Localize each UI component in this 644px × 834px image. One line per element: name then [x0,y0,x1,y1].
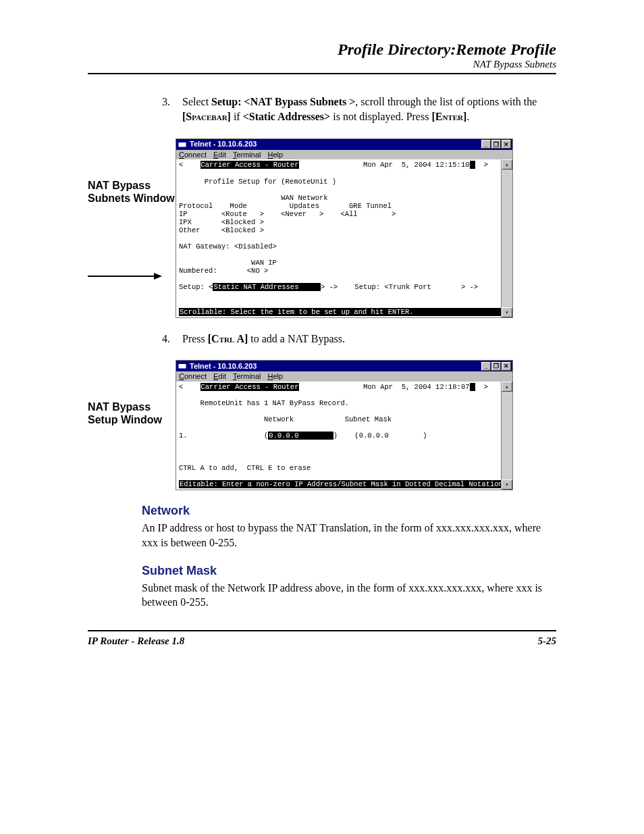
footer-divider [88,630,556,631]
svg-marker-1 [154,273,162,280]
menu-terminal[interactable]: Terminal [233,151,261,159]
step-4-number: 4. [162,332,182,346]
menu-help[interactable]: Help [268,372,284,381]
t1-l7: Other <Blocked > [179,226,264,234]
t1-l9: WAN IP [179,259,277,267]
network-paragraph: An IP address or host to bypass the NAT … [142,521,556,550]
header-divider [88,73,556,74]
step-4: 4. Press [Ctrl A] to add a NAT Bypass. [162,332,556,346]
scroll-up-button[interactable]: ▴ [502,382,512,392]
t1-top-inv: Carrier Access - Router [200,161,300,169]
page-header-title: Profile Directory:Remote Profile [88,41,556,59]
step4-bsc: Ctrl A [211,333,244,344]
maximize-button[interactable]: ❐ [491,140,501,149]
t1-top-r: Mon Apr 5, 2004 12:15:10 [299,161,469,169]
telnet-window-1: Telnet - 10.10.6.203 _ ❐ ✕ Connect Edit … [176,138,513,318]
t1-top-l: < [179,161,200,169]
step3-bold3: <Static Addresses> [243,111,331,122]
t1-l4: Protocol Mode Updates GRE Tunnel [179,202,392,210]
close-button[interactable]: ✕ [502,140,511,149]
footer-right: 5-25 [538,635,557,647]
page-header-subtitle: NAT Bypass Subnets [88,59,556,70]
minimize-button[interactable]: _ [481,362,491,371]
step4-pre: Press [182,333,208,344]
menu-connect[interactable]: Connect [179,372,207,381]
menu-edit[interactable]: Edit [213,151,226,159]
t2-l2: RemoteUnit has 1 NAT ByPass Record. [179,399,349,407]
t1-l6: IPX <Blocked > [179,218,264,226]
telnet-app-icon [178,140,187,149]
t2-cursor [470,383,475,391]
t1-l5: IP <Route > <Never > <All > [179,210,396,218]
step3-end: . [466,111,469,122]
menubar-1: Connect Edit Terminal Help [176,150,512,160]
step-3: 3. Select Setup: <NAT Bypass Subnets >, … [162,95,556,125]
terminal-body-2[interactable]: < Carrier Access - Router Mon Apr 5, 200… [176,382,501,490]
subnet-mask-paragraph: Subnet mask of the Network IP address ab… [142,581,556,610]
step3-b2sc: Spacebar [186,111,227,122]
scroll-track[interactable] [502,392,512,480]
figure-1-label: NAT Bypass Subnets Window [88,138,176,205]
footer-left: IP Router - Release 1.8 [88,635,184,647]
t2-top-caret: > [475,383,488,391]
menu-edit[interactable]: Edit [213,372,226,381]
step-3-number: 3. [162,95,182,125]
t2-top-l: < [179,383,200,391]
telnet-app-icon [178,361,187,371]
step3-b4sc: Enter [435,111,463,122]
titlebar-1[interactable]: Telnet - 10.10.6.203 _ ❐ ✕ [176,139,512,150]
close-button[interactable]: ✕ [502,362,511,371]
t2-l4-pre: 1. ( [179,432,268,440]
step3-mid2: if [231,111,243,122]
titlebar-2-text: Telnet - 10.10.6.203 [190,362,257,371]
t2-l4-inv: 0.0.0.0 [268,432,333,440]
scroll-down-button[interactable]: ▾ [502,307,512,317]
t2-top-inv: Carrier Access - Router [200,383,300,391]
t2-l6-inv: Editable: Enter a non-zero IP Address/Su… [179,480,501,488]
menu-help[interactable]: Help [268,151,284,159]
step-4-text: Press [Ctrl A] to add a NAT Bypass. [182,332,556,346]
subnet-mask-heading: Subnet Mask [142,564,556,578]
scroll-down-button[interactable]: ▾ [502,479,512,490]
scroll-track[interactable] [502,170,512,307]
menu-connect[interactable]: Connect [179,151,207,159]
t1-l3: WAN Network [179,194,328,202]
scrollbar-2[interactable]: ▴ ▾ [501,382,512,490]
step3-pre: Select [182,96,211,107]
t1-l12-inv: Scrollable: Select the item to be set up… [179,308,501,316]
t2-l5: CTRL A to add, CTRL E to erase [179,464,311,472]
t2-l4-post: ) (0.0.0.0 ) [333,432,427,440]
t1-l2: Profile Setup for (RemoteUnit ) [179,178,336,186]
scrollbar-1[interactable]: ▴ ▾ [501,159,512,317]
step4-end: to add a NAT Bypass. [248,333,345,344]
menu-terminal[interactable]: Terminal [233,372,261,381]
scroll-up-button[interactable]: ▴ [502,159,512,170]
figure-2-label: NAT Bypass Setup Window [88,360,176,426]
t1-l11-post: > -> Setup: <Trunk Port > -> [321,283,478,291]
t1-l10: Numbered: <NO > [179,267,268,275]
step-3-text: Select Setup: <NAT Bypass Subnets >, scr… [182,95,556,125]
telnet-window-2: Telnet - 10.10.6.203 _ ❐ ✕ Connect Edit … [176,360,513,490]
step3-mid1: , scroll through the list of options wit… [355,96,537,107]
figure-1-arrow-indicator [88,270,162,283]
svg-rect-3 [178,141,186,142]
step3-mid3: is not displayed. Press [330,111,431,122]
t2-l3: Network Subnet Mask [179,415,392,423]
t1-l11-pre: Setup: < [179,283,213,291]
svg-rect-5 [178,363,186,364]
t1-cursor [470,161,475,169]
menubar-2: Connect Edit Terminal Help [176,371,512,382]
titlebar-1-text: Telnet - 10.10.6.203 [190,140,257,149]
network-heading: Network [142,504,556,518]
minimize-button[interactable]: _ [481,140,491,149]
t1-top-caret: > [475,161,488,169]
terminal-body-1[interactable]: < Carrier Access - Router Mon Apr 5, 200… [176,159,501,317]
t2-top-r: Mon Apr 5, 2004 12:18:07 [299,383,469,391]
maximize-button[interactable]: ❐ [491,362,501,371]
t1-l8: NAT Gateway: <Disabled> [179,242,277,251]
step3-bold1: Setup: <NAT Bypass Subnets > [211,96,355,107]
titlebar-2[interactable]: Telnet - 10.10.6.203 _ ❐ ✕ [176,361,512,371]
t1-l11-inv: Static NAT Addresses [213,283,321,291]
